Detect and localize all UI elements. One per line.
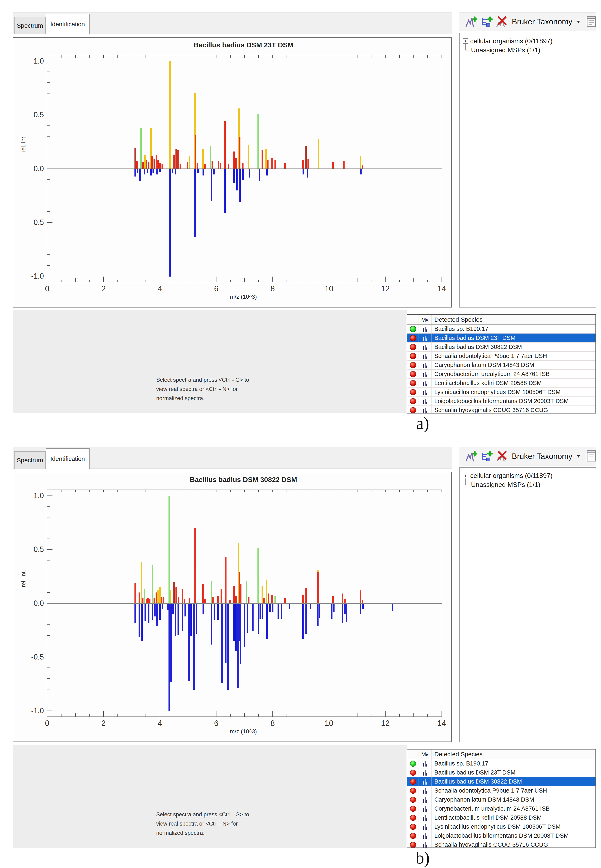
spectrum-peak-up	[154, 598, 155, 603]
table-row[interactable]: Caryophanon latum DSM 14843 DSM	[407, 361, 595, 370]
spectrum-peak-up	[212, 597, 214, 603]
mini-spectrum-cell	[419, 768, 432, 777]
x-axis-tick-top	[357, 490, 357, 492]
taxonomy-selector[interactable]: Bruker Taxonomy	[512, 452, 580, 461]
x-axis-tick	[202, 714, 202, 717]
x-axis-tick	[244, 278, 245, 282]
y-axis-tick	[47, 222, 52, 223]
spectrum-peak-up	[360, 590, 362, 603]
x-tick-label: 14	[433, 284, 450, 293]
spectrum-peak-down	[240, 604, 241, 664]
taxonomy-panel: Bruker Taxonomy + cellular organisms (0/…	[459, 12, 596, 308]
expand-icon[interactable]: +	[463, 38, 468, 44]
spectrum-peak-down	[169, 169, 171, 277]
spectrum-peak-down	[217, 604, 219, 620]
table-row[interactable]: Caryophanon latum DSM 14843 DSM	[407, 795, 595, 804]
table-row[interactable]: Loigolactobacillus bifermentans DSM 2000…	[407, 831, 595, 841]
spectrum-peak-up	[161, 597, 162, 603]
spectrum-peak-down	[203, 169, 204, 175]
table-row[interactable]: Bacillus badius DSM 30822 DSM	[407, 777, 595, 786]
red-status-icon	[410, 806, 416, 812]
mini-spectrum-icon	[423, 797, 427, 802]
delete-icon[interactable]	[496, 15, 508, 28]
spectrum-peak-up	[168, 496, 170, 603]
mini-spectrum-cell	[419, 759, 432, 768]
chevron-down-icon[interactable]	[577, 455, 580, 458]
x-axis-tick	[75, 713, 76, 717]
add-spectrum-icon[interactable]	[465, 450, 477, 462]
table-row[interactable]: Bacillus sp. B190.17	[407, 759, 595, 768]
add-taxonomy-node-icon[interactable]	[480, 15, 493, 28]
species-name-cell: Bacillus badius DSM 23T DSM	[432, 768, 595, 777]
spectrum-peak-up	[284, 598, 286, 603]
report-icon[interactable]	[585, 15, 597, 27]
tab-spectrum[interactable]: Spectrum	[14, 451, 46, 469]
plot-area[interactable]: 024681012141.00.50.0-0.5-1.0	[47, 55, 442, 282]
x-axis-tick-top	[230, 55, 230, 58]
spectrum-peak-up	[228, 165, 229, 169]
table-row[interactable]: Schaalia odontolytica P9bue 1 7 7aer USH	[407, 786, 595, 795]
chevron-down-icon[interactable]	[577, 21, 580, 23]
plot-area[interactable]: 024681012141.00.50.0-0.5-1.0	[47, 490, 442, 717]
table-row[interactable]: Loigolactobacillus bifermentans DSM 2000…	[407, 397, 595, 406]
table-row[interactable]: Bacillus sp. B190.17	[407, 325, 595, 334]
table-row[interactable]: Corynebacterium urealyticum 24 A8761 ISB	[407, 370, 595, 379]
table-row[interactable]: Lysinibacillus endophyticus DSM 100506T …	[407, 387, 595, 397]
tree-item-unassigned-msps[interactable]: Unassigned MSPs (1/1)	[463, 480, 596, 489]
x-axis-tick-top	[399, 55, 400, 58]
tree-item-cellular-organisms[interactable]: + cellular organisms (0/11897)	[463, 37, 596, 46]
species-name-cell: Lentilactobacillus kefiri DSM 20588 DSM	[432, 379, 595, 387]
y-axis-tick	[47, 689, 50, 690]
x-axis-tick	[272, 711, 273, 717]
table-row[interactable]: Schaalia odontolytica P9bue 1 7 7aer USH	[407, 352, 595, 361]
y-axis-tick	[47, 668, 50, 668]
spectrum-peak-up	[156, 592, 157, 603]
hint-text: Select spectra and press <Ctrl - G> to v…	[156, 375, 249, 403]
x-axis-tick	[47, 276, 47, 282]
delete-icon[interactable]	[496, 450, 508, 462]
add-taxonomy-node-icon[interactable]	[480, 450, 493, 462]
mini-spectrum-cell	[419, 831, 432, 840]
x-axis-tick	[160, 276, 160, 282]
spectrum-peak-up	[134, 148, 136, 169]
tab-identification[interactable]: Identification	[46, 14, 90, 34]
spectrum-peak-up	[225, 557, 226, 603]
tree-item-cellular-organisms[interactable]: + cellular organisms (0/11897)	[463, 471, 596, 480]
expand-icon[interactable]: +	[463, 473, 468, 478]
species-name-cell: Schaalia hyovaginalis CCUG 35716 CCUG	[432, 406, 595, 413]
taxonomy-selector[interactable]: Bruker Taxonomy	[512, 17, 580, 26]
table-row[interactable]: Lysinibacillus endophyticus DSM 100506T …	[407, 822, 595, 831]
table-row[interactable]: Lentilactobacillus kefiri DSM 20588 DSM	[407, 379, 595, 387]
spectrum-peak-up	[248, 145, 249, 168]
table-row[interactable]: Schaalia hyovaginalis CCUG 35716 CCUG	[407, 841, 595, 848]
spectrum-peak-down	[281, 604, 282, 619]
spectrum-peak-down	[225, 604, 226, 663]
spectrum-peak-down	[346, 604, 347, 622]
table-row[interactable]: Bacillus badius DSM 30822 DSM	[407, 343, 595, 352]
report-icon[interactable]	[585, 450, 597, 462]
y-axis-tick	[47, 624, 50, 625]
x-axis-tick	[427, 280, 428, 282]
add-spectrum-icon[interactable]	[465, 15, 477, 28]
mini-spectrum-icon	[423, 842, 427, 848]
spectrum-peak-up	[263, 598, 265, 603]
table-row[interactable]: Corynebacterium urealyticum 24 A8761 ISB	[407, 804, 595, 813]
y-axis-tick	[47, 255, 50, 255]
table-row[interactable]: Schaalia hyovaginalis CCUG 35716 CCUG	[407, 406, 595, 413]
table-row[interactable]: Bacillus badius DSM 23T DSM	[407, 334, 595, 343]
spectrum-peak-up	[275, 160, 276, 169]
spectrum-peak-down	[249, 169, 250, 178]
spectrum-peak-up	[235, 596, 237, 603]
spectrum-peak-down	[342, 604, 343, 623]
match-column-header: M▸	[419, 749, 432, 759]
table-row[interactable]: Bacillus badius DSM 23T DSM	[407, 768, 595, 777]
x-tick-label: 12	[377, 719, 394, 728]
tab-identification[interactable]: Identification	[46, 448, 90, 469]
tree-item-unassigned-msps[interactable]: Unassigned MSPs (1/1)	[463, 46, 596, 55]
red-status-icon	[410, 407, 416, 413]
x-axis-tick	[216, 711, 217, 717]
table-row[interactable]: Lentilactobacillus kefiri DSM 20588 DSM	[407, 813, 595, 822]
x-tick-label: 6	[208, 284, 224, 293]
tab-spectrum[interactable]: Spectrum	[14, 17, 46, 34]
x-axis-tick	[75, 278, 76, 282]
